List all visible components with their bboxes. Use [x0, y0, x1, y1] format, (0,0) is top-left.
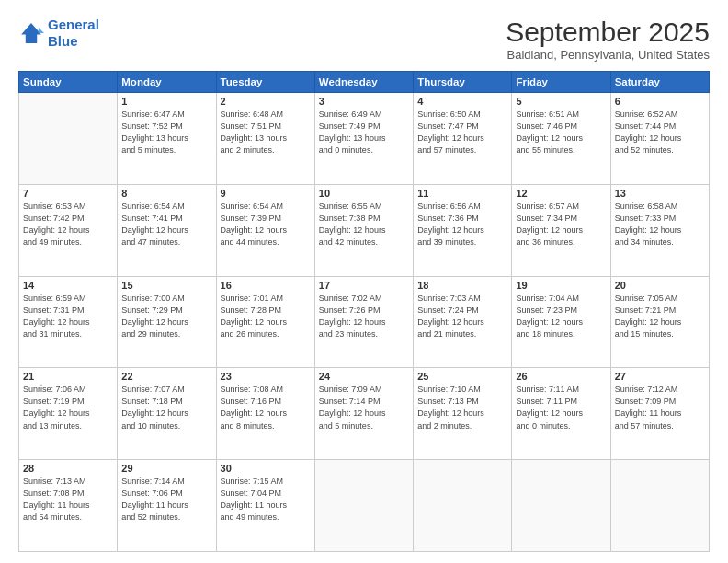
calendar-cell — [512, 460, 610, 552]
day-info: Sunrise: 6:55 AMSunset: 7:38 PMDaylight:… — [319, 201, 409, 248]
calendar-cell: 8Sunrise: 6:54 AMSunset: 7:41 PMDaylight… — [118, 184, 216, 276]
calendar-cell: 19Sunrise: 7:04 AMSunset: 7:23 PMDayligh… — [512, 276, 610, 368]
day-number: 23 — [221, 371, 311, 382]
day-info: Sunrise: 7:15 AMSunset: 7:04 PMDaylight:… — [221, 476, 311, 523]
calendar-cell: 25Sunrise: 7:10 AMSunset: 7:13 PMDayligh… — [414, 368, 512, 460]
calendar-cell: 9Sunrise: 6:54 AMSunset: 7:39 PMDaylight… — [216, 184, 314, 276]
day-number: 14 — [23, 280, 113, 291]
logo-text: General Blue — [48, 17, 99, 50]
calendar-cell: 29Sunrise: 7:14 AMSunset: 7:06 PMDayligh… — [118, 460, 216, 552]
calendar-cell: 12Sunrise: 6:57 AMSunset: 7:34 PMDayligh… — [512, 184, 610, 276]
calendar-cell: 22Sunrise: 7:07 AMSunset: 7:18 PMDayligh… — [118, 368, 216, 460]
day-number: 4 — [417, 96, 507, 107]
day-info: Sunrise: 6:59 AMSunset: 7:31 PMDaylight:… — [23, 293, 113, 340]
day-info: Sunrise: 6:51 AMSunset: 7:46 PMDaylight:… — [516, 109, 606, 156]
day-info: Sunrise: 7:09 AMSunset: 7:14 PMDaylight:… — [319, 384, 409, 431]
day-number: 29 — [121, 463, 211, 474]
day-number: 22 — [121, 371, 211, 382]
day-number: 30 — [221, 463, 311, 474]
day-number: 26 — [516, 371, 606, 382]
calendar-cell: 2Sunrise: 6:48 AMSunset: 7:51 PMDaylight… — [216, 93, 314, 185]
day-number: 15 — [121, 280, 211, 291]
day-info: Sunrise: 6:48 AMSunset: 7:51 PMDaylight:… — [221, 109, 311, 156]
day-info: Sunrise: 7:10 AMSunset: 7:13 PMDaylight:… — [417, 384, 507, 431]
day-number: 20 — [615, 280, 705, 291]
calendar-cell: 13Sunrise: 6:58 AMSunset: 7:33 PMDayligh… — [610, 184, 709, 276]
calendar-cell: 24Sunrise: 7:09 AMSunset: 7:14 PMDayligh… — [314, 368, 413, 460]
day-info: Sunrise: 7:01 AMSunset: 7:28 PMDaylight:… — [221, 293, 311, 340]
calendar-cell: 11Sunrise: 6:56 AMSunset: 7:36 PMDayligh… — [414, 184, 512, 276]
day-number: 27 — [615, 371, 705, 382]
day-info: Sunrise: 6:49 AMSunset: 7:49 PMDaylight:… — [319, 109, 409, 156]
col-header-thursday: Thursday — [414, 72, 512, 93]
calendar-cell — [414, 460, 512, 552]
calendar-cell: 26Sunrise: 7:11 AMSunset: 7:11 PMDayligh… — [512, 368, 610, 460]
calendar-cell: 30Sunrise: 7:15 AMSunset: 7:04 PMDayligh… — [216, 460, 314, 552]
calendar-cell: 23Sunrise: 7:08 AMSunset: 7:16 PMDayligh… — [216, 368, 314, 460]
logo: General Blue — [18, 17, 99, 50]
day-info: Sunrise: 7:04 AMSunset: 7:23 PMDaylight:… — [516, 293, 606, 340]
day-info: Sunrise: 6:53 AMSunset: 7:42 PMDaylight:… — [23, 201, 113, 248]
main-title: September 2025 — [506, 17, 710, 48]
day-number: 3 — [319, 96, 409, 107]
calendar-cell: 5Sunrise: 6:51 AMSunset: 7:46 PMDaylight… — [512, 93, 610, 185]
page: General Blue September 2025 Baidland, Pe… — [0, 0, 728, 563]
day-info: Sunrise: 6:52 AMSunset: 7:44 PMDaylight:… — [615, 109, 705, 156]
day-number: 21 — [23, 371, 113, 382]
day-number: 28 — [23, 463, 113, 474]
day-number: 13 — [615, 188, 705, 199]
day-number: 25 — [417, 371, 507, 382]
day-info: Sunrise: 6:54 AMSunset: 7:39 PMDaylight:… — [221, 201, 311, 248]
day-number: 11 — [417, 188, 507, 199]
calendar-cell: 6Sunrise: 6:52 AMSunset: 7:44 PMDaylight… — [610, 93, 709, 185]
day-number: 24 — [319, 371, 409, 382]
day-number: 7 — [23, 188, 113, 199]
header: General Blue September 2025 Baidland, Pe… — [18, 17, 710, 62]
day-info: Sunrise: 7:03 AMSunset: 7:24 PMDaylight:… — [417, 293, 507, 340]
col-header-friday: Friday — [512, 72, 610, 93]
day-number: 1 — [121, 96, 211, 107]
calendar-cell: 21Sunrise: 7:06 AMSunset: 7:19 PMDayligh… — [19, 368, 118, 460]
day-info: Sunrise: 7:05 AMSunset: 7:21 PMDaylight:… — [615, 293, 705, 340]
day-number: 5 — [516, 96, 606, 107]
day-number: 6 — [615, 96, 705, 107]
calendar-cell — [610, 460, 709, 552]
day-number: 2 — [221, 96, 311, 107]
day-number: 8 — [121, 188, 211, 199]
day-info: Sunrise: 6:54 AMSunset: 7:41 PMDaylight:… — [121, 201, 211, 248]
calendar-cell: 27Sunrise: 7:12 AMSunset: 7:09 PMDayligh… — [610, 368, 709, 460]
calendar-table: SundayMondayTuesdayWednesdayThursdayFrid… — [18, 71, 710, 552]
day-info: Sunrise: 7:02 AMSunset: 7:26 PMDaylight:… — [319, 293, 409, 340]
calendar-cell: 14Sunrise: 6:59 AMSunset: 7:31 PMDayligh… — [19, 276, 118, 368]
calendar-cell: 17Sunrise: 7:02 AMSunset: 7:26 PMDayligh… — [314, 276, 413, 368]
day-number: 16 — [221, 280, 311, 291]
col-header-sunday: Sunday — [19, 72, 118, 93]
calendar-cell: 15Sunrise: 7:00 AMSunset: 7:29 PMDayligh… — [118, 276, 216, 368]
day-number: 19 — [516, 280, 606, 291]
day-info: Sunrise: 7:13 AMSunset: 7:08 PMDaylight:… — [23, 476, 113, 523]
calendar-cell: 1Sunrise: 6:47 AMSunset: 7:52 PMDaylight… — [118, 93, 216, 185]
title-block: September 2025 Baidland, Pennsylvania, U… — [506, 17, 710, 62]
day-info: Sunrise: 6:50 AMSunset: 7:47 PMDaylight:… — [417, 109, 507, 156]
logo-icon — [18, 20, 44, 46]
calendar-cell: 4Sunrise: 6:50 AMSunset: 7:47 PMDaylight… — [414, 93, 512, 185]
day-info: Sunrise: 7:06 AMSunset: 7:19 PMDaylight:… — [23, 384, 113, 431]
day-info: Sunrise: 7:08 AMSunset: 7:16 PMDaylight:… — [221, 384, 311, 431]
day-number: 12 — [516, 188, 606, 199]
calendar-cell: 7Sunrise: 6:53 AMSunset: 7:42 PMDaylight… — [19, 184, 118, 276]
day-info: Sunrise: 7:12 AMSunset: 7:09 PMDaylight:… — [615, 384, 705, 431]
calendar-cell — [19, 93, 118, 185]
col-header-wednesday: Wednesday — [314, 72, 413, 93]
day-info: Sunrise: 6:47 AMSunset: 7:52 PMDaylight:… — [121, 109, 211, 156]
day-info: Sunrise: 7:11 AMSunset: 7:11 PMDaylight:… — [516, 384, 606, 431]
calendar-cell: 3Sunrise: 6:49 AMSunset: 7:49 PMDaylight… — [314, 93, 413, 185]
day-info: Sunrise: 7:00 AMSunset: 7:29 PMDaylight:… — [121, 293, 211, 340]
day-info: Sunrise: 6:57 AMSunset: 7:34 PMDaylight:… — [516, 201, 606, 248]
day-info: Sunrise: 6:58 AMSunset: 7:33 PMDaylight:… — [615, 201, 705, 248]
calendar-cell: 20Sunrise: 7:05 AMSunset: 7:21 PMDayligh… — [610, 276, 709, 368]
calendar-cell: 28Sunrise: 7:13 AMSunset: 7:08 PMDayligh… — [19, 460, 118, 552]
sub-title: Baidland, Pennsylvania, United States — [506, 48, 710, 62]
calendar-cell: 16Sunrise: 7:01 AMSunset: 7:28 PMDayligh… — [216, 276, 314, 368]
day-info: Sunrise: 7:07 AMSunset: 7:18 PMDaylight:… — [121, 384, 211, 431]
day-info: Sunrise: 6:56 AMSunset: 7:36 PMDaylight:… — [417, 201, 507, 248]
